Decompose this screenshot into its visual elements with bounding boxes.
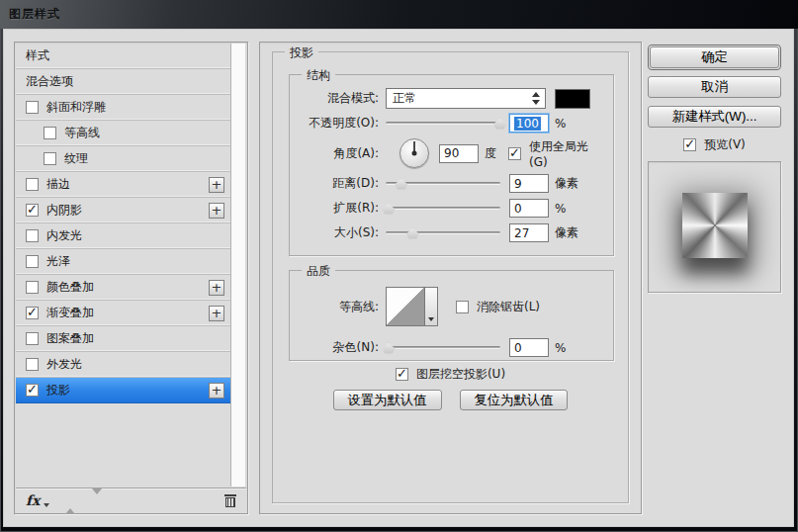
- settings-panel: 投影 结构 混合模式: 正常 不透明度(O): [259, 42, 642, 514]
- sidebar-item-pattern-overlay[interactable]: 图案叠加: [16, 326, 230, 352]
- angle-input[interactable]: 90: [439, 144, 479, 163]
- angle-label: 角度(A):: [292, 145, 379, 162]
- stroke-add-instance-button[interactable]: +: [209, 177, 224, 193]
- sidebar-item-texture[interactable]: 纹理: [16, 146, 230, 172]
- drop-shadow-group-title: 投影: [285, 44, 318, 61]
- opacity-unit: %: [555, 117, 566, 131]
- distance-slider[interactable]: [386, 177, 500, 191]
- quality-group: 品质 等高线: 消除锯齿(L) 杂色(N): 0: [289, 270, 614, 361]
- structure-group-title: 结构: [302, 67, 335, 84]
- noise-input[interactable]: 0: [509, 338, 549, 357]
- cancel-button[interactable]: 取消: [648, 76, 781, 98]
- bevel-emboss-enable-checkbox[interactable]: [26, 101, 39, 114]
- noise-slider[interactable]: [386, 341, 500, 355]
- sidebar-item-blending-options[interactable]: 混合选项: [16, 69, 230, 95]
- angle-dial[interactable]: [399, 138, 429, 168]
- styles-panel: 样式混合选项斜面和浮雕等高线纹理描边+内阴影+内发光光泽颜色叠加+渐变叠加+图案…: [14, 42, 248, 514]
- dialog-body: 样式混合选项斜面和浮雕等高线纹理描边+内阴影+内发光光泽颜色叠加+渐变叠加+图案…: [3, 29, 794, 527]
- inner-shadow-add-instance-button[interactable]: +: [209, 203, 224, 219]
- sidebar-item-outer-glow[interactable]: 外发光: [16, 352, 230, 378]
- quality-group-title: 品质: [302, 263, 335, 280]
- contour-label: 等高线:: [292, 299, 379, 315]
- slider-thumb[interactable]: [395, 179, 407, 190]
- gradient-overlay-add-instance-button[interactable]: +: [209, 306, 224, 321]
- sidebar-item-color-overlay[interactable]: 颜色叠加+: [16, 275, 230, 301]
- preview-metal-square: [682, 193, 748, 258]
- inner-glow-enable-checkbox[interactable]: [26, 229, 39, 242]
- style-list-scrollbar[interactable]: [230, 44, 246, 487]
- chevron-down-icon: [428, 317, 434, 321]
- title-bar[interactable]: 图层样式: [0, 0, 798, 29]
- distance-input[interactable]: 9: [509, 174, 549, 193]
- distance-row: 距离(D): 9 像素: [292, 173, 605, 194]
- angle-unit: 度: [485, 145, 496, 162]
- size-slider[interactable]: [386, 226, 500, 240]
- contour-picker-arrow[interactable]: [425, 287, 438, 326]
- sidebar-item-contour[interactable]: 等高线: [16, 121, 230, 146]
- color-overlay-add-instance-button[interactable]: +: [209, 280, 224, 296]
- drop-shadow-enable-checkbox[interactable]: [26, 384, 39, 397]
- blend-mode-select[interactable]: 正常: [386, 88, 546, 109]
- contour-enable-checkbox[interactable]: [44, 127, 56, 139]
- outer-glow-enable-checkbox[interactable]: [26, 358, 39, 371]
- spread-row: 扩展(R): 0 %: [292, 198, 605, 219]
- sidebar-item-inner-glow[interactable]: 内发光: [16, 223, 230, 249]
- satin-enable-checkbox[interactable]: [26, 255, 39, 268]
- inner-shadow-enable-checkbox[interactable]: [26, 204, 39, 217]
- preview-label: 预览(V): [704, 136, 746, 153]
- shadow-color-swatch[interactable]: [555, 89, 590, 109]
- gradient-overlay-enable-checkbox[interactable]: [26, 307, 39, 319]
- contour-row: 等高线: 消除锯齿(L): [292, 285, 605, 328]
- color-overlay-enable-checkbox[interactable]: [26, 281, 39, 294]
- preview-checkbox[interactable]: [683, 138, 696, 151]
- stroke-enable-checkbox[interactable]: [26, 178, 39, 191]
- use-global-light-checkbox[interactable]: [508, 147, 521, 160]
- sidebar-item-label: 光泽: [46, 253, 70, 270]
- style-list: 样式混合选项斜面和浮雕等高线纹理描边+内阴影+内发光光泽颜色叠加+渐变叠加+图案…: [16, 44, 230, 487]
- drop-shadow-add-instance-button[interactable]: +: [209, 383, 224, 399]
- set-default-button[interactable]: 设置为默认值: [333, 390, 442, 410]
- layer-style-dialog: 图层样式 样式混合选项斜面和浮雕等高线纹理描边+内阴影+内发光光泽颜色叠加+渐变…: [0, 0, 798, 532]
- opacity-slider[interactable]: [386, 117, 500, 131]
- sidebar-item-satin[interactable]: 光泽: [16, 249, 230, 275]
- new-style-button[interactable]: 新建样式(W)...: [648, 106, 781, 128]
- sidebar-item-stroke[interactable]: 描边+: [16, 172, 230, 198]
- blend-mode-row: 混合模式: 正常: [292, 88, 605, 109]
- slider-thumb[interactable]: [382, 343, 395, 354]
- slider-thumb[interactable]: [406, 228, 419, 239]
- sidebar-item-label: 外发光: [46, 356, 82, 373]
- slider-thumb[interactable]: [493, 119, 506, 130]
- ok-button[interactable]: 确定: [650, 46, 779, 68]
- sidebar-item-styles[interactable]: 样式: [16, 44, 230, 69]
- sidebar-item-label: 斜面和浮雕: [46, 99, 106, 116]
- opacity-input[interactable]: 100: [509, 114, 549, 133]
- distance-label: 距离(D):: [292, 175, 379, 192]
- size-input[interactable]: 27: [509, 223, 549, 242]
- slider-thumb[interactable]: [382, 204, 395, 215]
- antialias-checkbox[interactable]: [456, 301, 469, 313]
- fx-menu-button[interactable]: fx: [26, 492, 40, 508]
- sidebar-item-inner-shadow[interactable]: 内阴影+: [16, 198, 230, 223]
- sidebar-item-label: 纹理: [64, 150, 88, 167]
- texture-enable-checkbox[interactable]: [44, 152, 56, 165]
- move-effect-down-button[interactable]: [92, 494, 103, 506]
- pattern-overlay-enable-checkbox[interactable]: [26, 332, 39, 345]
- sidebar-item-label: 颜色叠加: [46, 279, 94, 296]
- delete-effect-button[interactable]: [224, 494, 236, 507]
- contour-picker[interactable]: [386, 287, 425, 326]
- sidebar-item-gradient-overlay[interactable]: 渐变叠加+: [16, 301, 230, 326]
- sidebar-item-label: 投影: [46, 382, 70, 399]
- sidebar-item-bevel-emboss[interactable]: 斜面和浮雕: [16, 95, 230, 121]
- move-effect-up-button[interactable]: [65, 494, 76, 506]
- angle-row: 角度(A): 90 度 使用全局光(G): [292, 137, 605, 169]
- spinner-arrows-icon: [532, 92, 540, 105]
- sidebar-item-drop-shadow[interactable]: 投影+: [16, 378, 230, 403]
- sidebar-item-label: 内阴影: [46, 202, 82, 219]
- noise-row: 杂色(N): 0 %: [292, 337, 605, 358]
- reset-default-button[interactable]: 复位为默认值: [460, 390, 569, 410]
- spread-input[interactable]: 0: [509, 199, 549, 218]
- opacity-label: 不透明度(O):: [292, 115, 379, 132]
- layer-knockout-checkbox[interactable]: [396, 368, 408, 381]
- opacity-row: 不透明度(O): 100 %: [292, 113, 605, 133]
- spread-slider[interactable]: [386, 202, 500, 216]
